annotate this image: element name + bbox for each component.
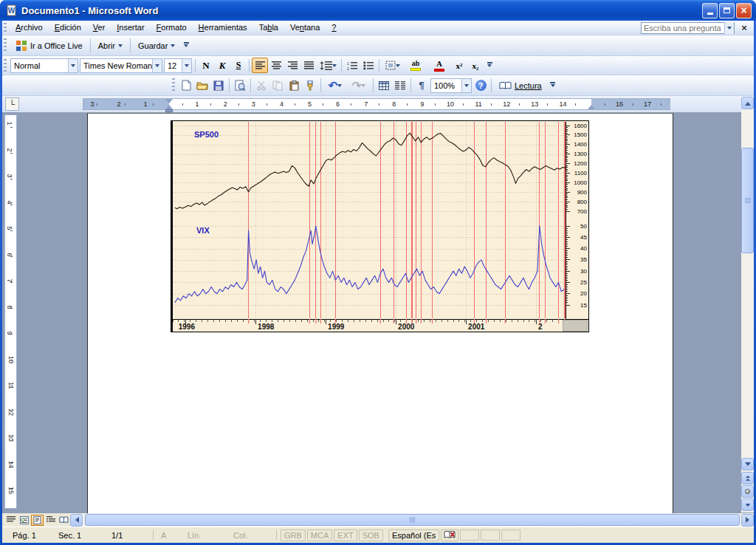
chevron-down-icon[interactable]: [68, 59, 78, 72]
scroll-right-button[interactable]: [741, 514, 754, 527]
align-justify-button[interactable]: [300, 58, 317, 73]
font-color-button[interactable]: A: [427, 58, 451, 73]
close-button[interactable]: ×: [736, 3, 752, 18]
subscript-button[interactable]: x₂: [467, 58, 484, 73]
font-combobox[interactable]: Times New Roman: [80, 58, 162, 73]
svg-text:2: 2: [347, 66, 349, 70]
normal-view-button[interactable]: [4, 515, 17, 526]
minimize-button[interactable]: [702, 3, 718, 18]
toolbar-options-chevron[interactable]: [485, 58, 494, 73]
show-marks-button[interactable]: ¶: [413, 78, 430, 93]
word-app-icon[interactable]: W: [4, 4, 18, 17]
help-button[interactable]: ?: [472, 78, 489, 93]
toolbar-grip[interactable]: [4, 38, 7, 52]
font-size-combobox[interactable]: 12: [164, 58, 192, 73]
menu-item-edicion[interactable]: Edición: [49, 21, 87, 33]
horizontal-scroll-track[interactable]: [83, 514, 741, 527]
toolbar-options-chevron[interactable]: [549, 78, 557, 94]
arrow-left-icon: [72, 517, 79, 523]
web-layout-icon: [20, 516, 29, 524]
indent-marker-down[interactable]: [165, 99, 173, 103]
restore-button[interactable]: [719, 3, 735, 18]
status-mode-mca[interactable]: MCA: [307, 529, 332, 541]
bullet-list-button[interactable]: [360, 58, 377, 73]
paste-button[interactable]: [286, 78, 302, 93]
web-layout-view-button[interactable]: [18, 515, 30, 526]
zoom-combobox[interactable]: 100%: [430, 78, 472, 93]
menu-items: ArchivoEdiciónVerInsertarFormatoHerramie…: [10, 21, 342, 35]
scroll-down-button[interactable]: [741, 458, 754, 470]
vertical-ruler[interactable]: 123456789101112131415: [4, 114, 17, 509]
status-language[interactable]: Español (Es: [388, 529, 439, 541]
menubar-close-icon[interactable]: ×: [738, 22, 751, 33]
title-bar: W Documento1 - Microsoft Word ×: [0, 0, 756, 21]
outline-view-button[interactable]: [44, 515, 57, 526]
menu-item-ventana[interactable]: Ventana: [284, 21, 326, 33]
toolbar-grip[interactable]: [172, 78, 175, 92]
menu-item-ayuda[interactable]: ?: [326, 21, 342, 33]
reading-view-button[interactable]: Lectura: [494, 78, 547, 93]
indent-marker-up[interactable]: [588, 105, 595, 109]
scroll-up-button[interactable]: [741, 97, 754, 109]
bold-button[interactable]: N: [198, 58, 214, 73]
document-page[interactable]: 1996199819992000200121600150014001300120…: [87, 113, 673, 513]
undo-button[interactable]: ↶: [323, 78, 347, 93]
style-combobox[interactable]: Normal: [10, 58, 78, 73]
horizontal-ruler[interactable]: 32112345678910111213141617: [83, 98, 670, 110]
next-page-button[interactable]: [741, 498, 754, 511]
ask-question-input[interactable]: [642, 23, 724, 33]
reading-layout-view-button[interactable]: [58, 515, 70, 526]
previous-page-button[interactable]: [741, 472, 754, 484]
chevron-down-icon[interactable]: [152, 59, 162, 72]
numbered-list-button[interactable]: 12: [344, 58, 360, 73]
toolbar-grip[interactable]: [4, 59, 7, 72]
spelling-status-button[interactable]: [441, 529, 458, 541]
chevron-down-icon[interactable]: [461, 79, 471, 92]
superscript-button[interactable]: x²: [451, 58, 467, 73]
menu-item-archivo[interactable]: Archivo: [10, 21, 49, 33]
line-spacing-button[interactable]: [317, 58, 339, 73]
borders-button[interactable]: [382, 58, 404, 73]
chevron-down-icon[interactable]: [182, 59, 191, 72]
open-dropdown-button[interactable]: Abrir: [93, 38, 128, 53]
menu-item-formato[interactable]: Formato: [151, 21, 193, 33]
status-mode-ext[interactable]: EXT: [334, 529, 357, 541]
italic-button[interactable]: K: [214, 58, 230, 73]
print-preview-button[interactable]: [232, 78, 248, 93]
new-document-button[interactable]: [178, 78, 194, 93]
columns-button[interactable]: [392, 78, 408, 93]
save-dropdown-button[interactable]: Guardar: [133, 38, 180, 53]
highlight-button[interactable]: ab: [404, 58, 427, 73]
status-mode-grb[interactable]: GRB: [281, 529, 306, 541]
embedded-chart-object[interactable]: 1996199819992000200121600150014001300120…: [171, 120, 589, 332]
align-right-button[interactable]: [284, 58, 300, 73]
print-layout-view-button[interactable]: [31, 515, 44, 526]
chevron-down-icon[interactable]: [724, 22, 734, 34]
menubar-grip[interactable]: [4, 23, 7, 32]
underline-button[interactable]: S: [230, 58, 247, 73]
ruler-number: 4: [280, 100, 284, 108]
status-section: Sec. 1: [54, 531, 107, 540]
go-office-live-button[interactable]: Ir a Office Live: [10, 37, 88, 55]
vertical-scrollbar[interactable]: [741, 97, 754, 513]
select-browse-object-button[interactable]: [741, 485, 754, 498]
menu-item-tabla[interactable]: Tabla: [253, 21, 284, 33]
open-button[interactable]: [194, 78, 210, 93]
outline-view-icon: [47, 516, 55, 524]
menu-item-ver[interactable]: Ver: [87, 21, 111, 33]
numbered-list-icon: 12: [347, 61, 357, 70]
align-left-button[interactable]: [252, 58, 268, 73]
toolbar-options-chevron[interactable]: [182, 38, 190, 54]
tab-stop-selector[interactable]: └: [5, 97, 19, 111]
scroll-left-button[interactable]: [70, 514, 83, 527]
menu-item-insertar[interactable]: Insertar: [111, 21, 150, 33]
save-button[interactable]: [210, 78, 227, 93]
vertical-scroll-thumb[interactable]: [741, 148, 754, 253]
format-painter-button[interactable]: [302, 78, 318, 93]
align-center-button[interactable]: [268, 58, 284, 73]
horizontal-scroll-thumb[interactable]: [85, 514, 740, 526]
menu-item-herramientas[interactable]: Herramientas: [193, 21, 253, 33]
status-mode-sob[interactable]: SOB: [359, 529, 383, 541]
ruler-number: 5: [308, 100, 312, 108]
insert-table-button[interactable]: [376, 78, 392, 93]
